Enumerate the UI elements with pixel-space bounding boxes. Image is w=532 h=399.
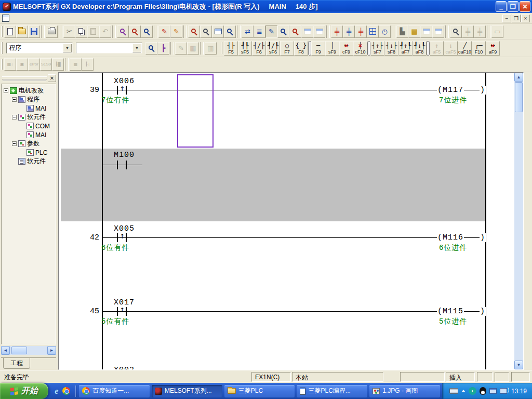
vline-delete-button[interactable]: │× cF10 [353,41,367,56]
menu-item[interactable] [37,17,46,19]
tree-expander[interactable] [12,141,17,146]
close-contact-button[interactable]: ┤/├ F6 [252,41,266,56]
error-check-button[interactable]: error [28,58,40,71]
open-branch-button[interactable]: ┦┞ sF5 [238,41,252,56]
toolbar-button[interactable] [445,25,449,38]
ie-icon[interactable]: e [55,387,58,396]
find-string-button[interactable] [141,25,153,38]
menu-item[interactable] [54,17,62,19]
label-program-button[interactable]: ▥ [205,42,217,55]
project-tree[interactable]: 电机改改 程序 MAI 软元件 [1,84,56,344]
step-range-button[interactable]: S1S9 [40,58,52,71]
statement-edit-button[interactable]: ✎ [170,25,182,38]
toolbar-grip[interactable] [1,59,3,70]
scroll-thumb[interactable] [11,347,27,354]
language-bar-icon[interactable]: ‹ [469,387,476,395]
toolbar-button[interactable] [59,25,62,38]
vline-button[interactable]: │ sF9 [325,41,339,56]
tree-expander[interactable] [12,97,17,102]
mdi-close-button[interactable]: × [521,15,530,22]
restore-button[interactable]: ❐ [508,1,518,12]
ladder-edit-button[interactable]: ✎ [265,25,277,38]
toolbar-button[interactable] [154,25,157,38]
comment-edit-button[interactable]: ✎ [158,25,170,38]
device-test-button[interactable]: ╪ [331,25,343,38]
find-replace-button[interactable] [129,25,141,38]
tree-item-parameter[interactable]: 参数 [2,139,56,148]
close-button[interactable]: ✕ [520,1,530,12]
skip-exec-button[interactable]: ╪ [355,25,367,38]
copy-button[interactable] [75,25,87,38]
hline-write-button[interactable]: ┌─ F10 [472,41,486,56]
qq-icon[interactable] [480,387,486,395]
hline-button[interactable]: ─ F9 [311,41,325,56]
rising-aF5-button[interactable]: ↑ aF5 [430,41,444,56]
toolbar-button[interactable] [65,58,69,71]
toolbar-button[interactable] [392,25,395,38]
menu-item[interactable] [21,17,29,19]
tray-expand-icon[interactable] [461,390,466,392]
window-prev-button[interactable] [420,25,432,38]
open-contact-button[interactable]: ┤├ F5 [224,41,238,56]
tree-item-main-comment[interactable]: MAI [2,130,56,139]
task-doc[interactable]: 三菱PLC编程... [297,385,367,397]
scroll-left-icon[interactable]: ◄ [1,346,10,355]
sound-icon[interactable] [500,388,507,394]
tree-expander[interactable] [20,150,25,155]
write-mode-button[interactable] [289,25,301,38]
chrome-icon[interactable] [62,387,70,395]
mdi-minimize-button[interactable]: − [502,15,511,22]
toolbar-button[interactable] [183,25,187,38]
menu-item[interactable] [71,17,79,19]
macro-button[interactable]: ✎ [175,42,187,55]
window-next-button[interactable] [432,25,444,38]
sampling-trace-button[interactable]: ╪ [462,25,474,38]
tree-item-comment[interactable]: COM [2,122,56,130]
panel-grip[interactable] [2,76,47,79]
falling-caF5-button[interactable]: ↓ caF5 [444,41,458,56]
falling-pulse-button[interactable]: ┤↓├ sF8 [384,41,398,56]
menu-item[interactable] [79,17,87,19]
coil-button[interactable]: ○ F7 [280,41,294,56]
comment-display-button[interactable] [145,42,157,55]
tab-project[interactable]: 工程 [3,358,30,369]
tree-item-main[interactable]: MAI [2,104,56,113]
editor-vertical-scrollbar[interactable]: ▲ ▼ [514,73,523,369]
hline-delete-button[interactable]: ─× cF9 [339,41,353,56]
monitor-button[interactable] [301,25,313,38]
falling-branch-button[interactable]: ┦↓┞ aF8 [413,41,427,56]
toolbar-button[interactable] [237,25,241,38]
ladder-mode-button[interactable]: ⇄ [242,25,254,38]
monitor-stop-button[interactable] [313,25,325,38]
tree-expander[interactable] [20,106,25,111]
monitor-window-button[interactable]: ▭ [491,25,503,38]
tree-expander[interactable] [12,115,17,119]
application-instr-button[interactable]: { } F8 [294,41,308,56]
panel-close-icon[interactable]: ✕ [48,74,56,82]
toolbar-button[interactable] [326,25,330,38]
forced-io-button[interactable]: ╪ [343,25,355,38]
project-data-list-button[interactable]: ┣ [157,42,169,55]
toolbar-button[interactable] [41,25,45,38]
block-monitor-button[interactable]: ┠█ [52,58,64,71]
scroll-thumb[interactable] [515,82,523,112]
tree-expander[interactable] [20,132,25,137]
instruction-list-button[interactable]: ≣ [254,25,265,38]
tree-expander[interactable] [4,88,8,93]
zoom-device-button[interactable] [188,25,200,38]
print-button[interactable] [46,25,58,38]
stack-monitor-button[interactable]: ▤ [408,25,420,38]
rung-delete-button[interactable]: ━× aF9 [486,41,500,56]
menu-item[interactable] [29,17,37,19]
zoom-coil-button[interactable] [200,25,212,38]
save-button[interactable] [28,25,40,38]
partial-exec-button[interactable] [367,25,379,38]
find-device-combo[interactable]: ▼ [76,43,142,54]
ladder-block-button[interactable]: ┠↓ [82,58,94,71]
find-device-button[interactable] [117,25,129,38]
tree-horizontal-scrollbar[interactable]: ◄ ► [1,346,56,355]
cut-button[interactable]: ✂ [63,25,75,38]
read-mode-button[interactable] [277,25,289,38]
rising-branch-button[interactable]: ┦↑┞ aF7 [398,41,413,56]
scroll-down-icon[interactable]: ▼ [514,361,523,369]
